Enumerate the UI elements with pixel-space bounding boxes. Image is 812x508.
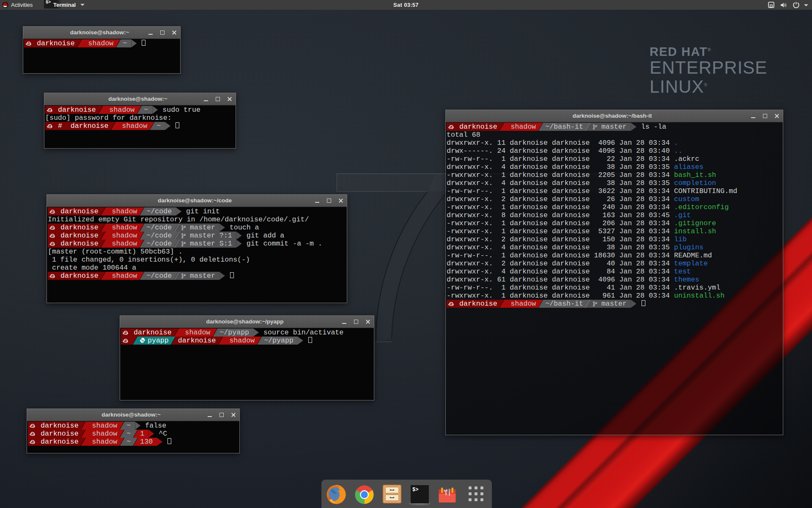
svg-text:$>: $> [412, 487, 418, 493]
